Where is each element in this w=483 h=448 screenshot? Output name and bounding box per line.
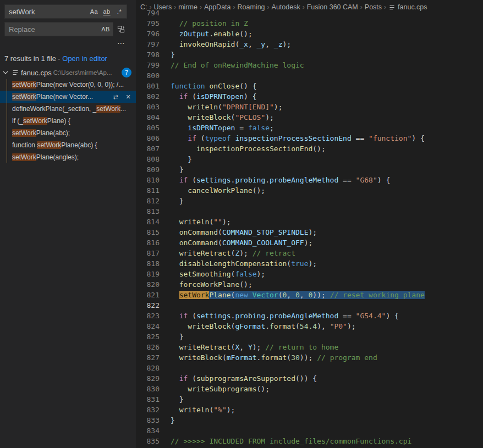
search-input[interactable] — [9, 8, 89, 16]
code-line[interactable]: 829 if (subprogramsAreSupported()) { — [136, 373, 483, 384]
code-line[interactable]: 826 writeRetract(X, Y); // return to hom… — [136, 342, 483, 352]
search-result-row[interactable]: setWorkPlane(new Vector...⇄✕ — [0, 91, 136, 103]
code-line[interactable]: 835// >>>>> INCLUDED FROM include_files/… — [136, 436, 483, 446]
code-line[interactable]: 804 writeBlock("PCLOS"); — [136, 112, 483, 123]
line-number[interactable]: 810 — [136, 175, 160, 185]
code-line[interactable]: 795 // position in Z — [136, 18, 483, 29]
line-number[interactable]: 829 — [136, 373, 160, 384]
code-line[interactable]: 798} — [136, 49, 483, 60]
line-number[interactable]: 796 — [136, 29, 160, 39]
code-line[interactable]: 796 zOutput.enable(); — [136, 29, 483, 39]
search-result-row[interactable]: defineWorkPlane(_section, _setWork... — [0, 103, 136, 115]
replace-input[interactable] — [9, 25, 100, 34]
code-line[interactable]: 799// End of onRewindMachine logic — [136, 60, 483, 70]
code-editor[interactable]: 794795 // position in Z796 zOutput.enabl… — [136, 8, 483, 448]
code-line[interactable]: 808 } — [136, 154, 483, 164]
line-number[interactable]: 830 — [136, 384, 160, 394]
code-line[interactable]: 820 forceWorkPlane(); — [136, 279, 483, 290]
line-number[interactable]: 813 — [136, 206, 160, 217]
toggle-search-details-icon[interactable]: ⋯ — [115, 37, 127, 49]
match-case-icon[interactable]: Aa — [89, 6, 100, 17]
code-line[interactable]: 813 — [136, 206, 483, 217]
code-line[interactable]: 797 invokeOnRapid(_x, _y, _z); — [136, 39, 483, 49]
search-result-row[interactable]: setWorkPlane(abc); — [0, 127, 136, 139]
line-number[interactable]: 834 — [136, 425, 160, 436]
code-line[interactable]: 812 } — [136, 196, 483, 206]
code-line[interactable]: 815 onCommand(COMMAND_STOP_SPINDLE); — [136, 227, 483, 237]
line-number[interactable]: 807 — [136, 143, 160, 154]
line-number[interactable]: 818 — [136, 258, 160, 269]
code-line[interactable]: 807 inspectionProcessSectionEnd(); — [136, 143, 483, 154]
line-number[interactable]: 819 — [136, 269, 160, 279]
regex-icon[interactable]: .* — [114, 6, 125, 17]
code-line[interactable]: 802 if (isDPRNTopen) { — [136, 91, 483, 102]
line-number[interactable]: 802 — [136, 91, 160, 102]
code-line[interactable]: 821 setWorkPlane(new Vector(0, 0, 0)); /… — [136, 290, 483, 300]
code-line[interactable]: 824 writeBlock(gFormat.format(54.4), "P0… — [136, 321, 483, 331]
code-line[interactable]: 805 isDPRNTopen = false; — [136, 123, 483, 133]
code-line[interactable]: 831 } — [136, 394, 483, 405]
line-number[interactable]: 812 — [136, 196, 160, 206]
code-line[interactable]: 818 disableLengthCompensation(true); — [136, 258, 483, 269]
code-line[interactable]: 809 } — [136, 164, 483, 175]
line-number[interactable]: 832 — [136, 405, 160, 415]
code-line[interactable]: 794 — [136, 8, 483, 18]
code-line[interactable]: 814 writeln(""); — [136, 217, 483, 227]
file-result-row[interactable]: fanuc.cps C:\Users\mirme\Ap... 7 — [0, 67, 136, 79]
line-number[interactable]: 805 — [136, 123, 160, 133]
code-line[interactable]: 817 writeRetract(Z); // retract — [136, 248, 483, 258]
line-number[interactable]: 799 — [136, 60, 160, 70]
line-number[interactable]: 826 — [136, 342, 160, 352]
line-number[interactable]: 797 — [136, 39, 160, 49]
code-line[interactable]: 822 — [136, 300, 483, 311]
code-line[interactable]: 806 if (typeof inspectionProcessSectionE… — [136, 133, 483, 143]
dismiss-match-icon[interactable]: ✕ — [124, 92, 133, 101]
code-line[interactable]: 800 — [136, 70, 483, 81]
replace-match-icon[interactable]: ⇄ — [111, 92, 120, 101]
code-line[interactable]: 828 — [136, 363, 483, 373]
code-line[interactable]: 827 writeBlock(mFormat.format(30)); // p… — [136, 352, 483, 363]
line-number[interactable]: 801 — [136, 81, 160, 91]
line-number[interactable]: 795 — [136, 18, 160, 29]
code-line[interactable]: 803 writeln("DPRNT[END]"); — [136, 102, 483, 112]
line-number[interactable]: 794 — [136, 8, 160, 18]
line-number[interactable]: 804 — [136, 112, 160, 123]
preserve-case-icon[interactable]: AB — [100, 24, 111, 35]
code-line[interactable]: 801function onClose() { — [136, 81, 483, 91]
line-number[interactable]: 821 — [136, 290, 160, 300]
code-line[interactable]: 833} — [136, 415, 483, 425]
line-number[interactable]: 806 — [136, 133, 160, 143]
line-number[interactable]: 827 — [136, 352, 160, 363]
search-result-row[interactable]: setWorkPlane(angles); — [0, 151, 136, 163]
code-line[interactable]: 832 writeln("%"); — [136, 405, 483, 415]
code-line[interactable]: 825 } — [136, 331, 483, 342]
code-line[interactable]: 811 cancelWorkPlane(); — [136, 185, 483, 196]
line-number[interactable]: 814 — [136, 217, 160, 227]
line-number[interactable]: 828 — [136, 363, 160, 373]
code-line[interactable]: 830 writeSubprograms(); — [136, 384, 483, 394]
code-line[interactable]: 810 if (settings.probing.probeAngleMetho… — [136, 175, 483, 185]
line-number[interactable]: 835 — [136, 436, 160, 446]
code-line[interactable]: 823 if (settings.probing.probeAngleMetho… — [136, 311, 483, 321]
line-number[interactable]: 820 — [136, 279, 160, 290]
line-number[interactable]: 824 — [136, 321, 160, 331]
line-number[interactable]: 803 — [136, 102, 160, 112]
search-result-row[interactable]: setWorkPlane(new Vector(0, 0, 0)); /... — [0, 79, 136, 91]
search-result-row[interactable]: if (_setWorkPlane) { — [0, 115, 136, 127]
search-result-row[interactable]: function setWorkPlane(abc) { — [0, 139, 136, 151]
line-number[interactable]: 831 — [136, 394, 160, 405]
line-number[interactable]: 833 — [136, 415, 160, 425]
code-line[interactable]: 819 setSmoothing(false); — [136, 269, 483, 279]
open-in-editor-link[interactable]: Open in editor — [62, 54, 107, 63]
line-number[interactable]: 823 — [136, 311, 160, 321]
replace-all-button[interactable] — [115, 23, 127, 35]
line-number[interactable]: 811 — [136, 185, 160, 196]
line-number[interactable]: 809 — [136, 164, 160, 175]
line-number[interactable]: 815 — [136, 227, 160, 237]
line-number[interactable]: 825 — [136, 331, 160, 342]
line-number[interactable]: 800 — [136, 70, 160, 81]
line-number[interactable]: 817 — [136, 248, 160, 258]
line-number[interactable]: 816 — [136, 237, 160, 248]
line-number[interactable]: 822 — [136, 300, 160, 311]
code-line[interactable]: 834 — [136, 425, 483, 436]
